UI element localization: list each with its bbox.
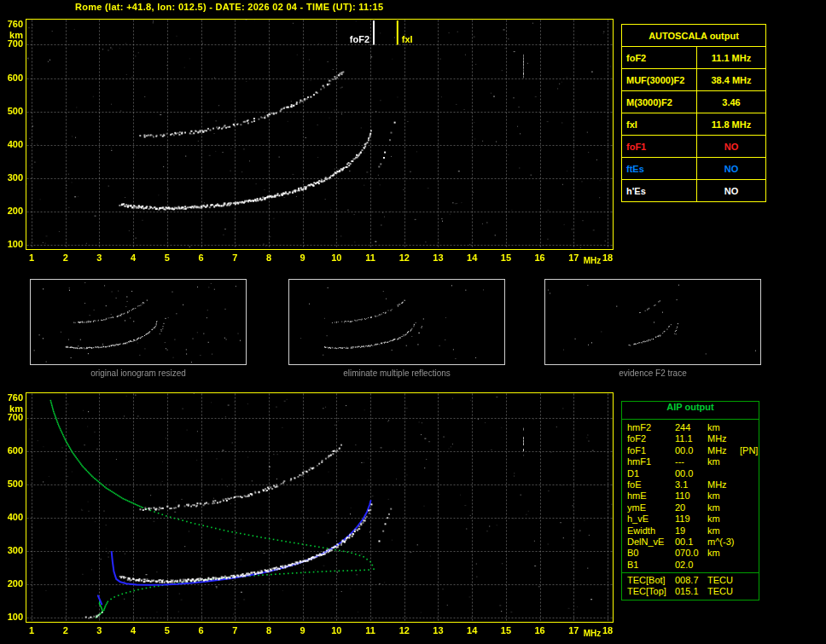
autoscala-row: fxI 11.8 MHz: [622, 113, 766, 136]
param-label: foF1: [622, 136, 697, 158]
aip-row: ymE 20 km: [627, 502, 759, 513]
aip-param-unit: TECU: [707, 586, 740, 597]
aip-param-label: B0: [627, 548, 675, 559]
aip-param-value: 02.0: [675, 560, 707, 571]
aip-param-unit: km: [707, 490, 740, 502]
param-label: ftEs: [622, 158, 697, 180]
autoscala-output-table: AUTOSCALA output foF2 11.1 MHz MUF(3000)…: [621, 24, 766, 202]
aip-row: foF2 11.1 MHz: [627, 433, 759, 444]
aip-tec-row: TEC[Top] 015.1 TECU: [627, 586, 759, 597]
aip-param-unit: MHz: [707, 445, 740, 456]
aip-param-note: [740, 548, 759, 559]
aip-param-note: [740, 513, 759, 525]
param-value: NO: [697, 136, 766, 158]
thumbnail-original-ionogram: [30, 279, 247, 365]
aip-row: hmF2 244 km: [627, 422, 759, 433]
aip-row: hmE 110 km: [627, 490, 759, 502]
aip-param-note: [740, 575, 759, 586]
param-value: 11.8 MHz: [697, 113, 766, 136]
aip-param-note: [PN]: [740, 445, 759, 456]
thumbnail-caption-original: original ionogram resized: [30, 368, 247, 378]
thumbnail-multiples-eliminated: [288, 279, 505, 365]
thumbnail-caption-evidence: evidence F2 trace: [544, 368, 761, 378]
param-value: NO: [697, 158, 766, 180]
aip-output-table: AIP output hmF2 244 km foF2 11.1 MHz foF…: [621, 401, 759, 600]
aip-param-label: Ewidth: [627, 525, 675, 537]
aip-param-value: 008.7: [675, 575, 707, 586]
aip-row: h_vE 119 km: [627, 513, 759, 525]
aip-param-label: DelN_vE: [627, 537, 675, 548]
aip-param-value: 070.0: [675, 548, 707, 559]
aip-param-label: TEC[Bot]: [627, 575, 675, 586]
aip-param-label: foE: [627, 479, 675, 490]
param-label: h'Es: [622, 180, 697, 202]
aip-param-note: [740, 479, 759, 490]
aip-param-unit: [707, 560, 740, 571]
aip-param-value: 244: [675, 422, 707, 433]
aip-param-value: ---: [675, 456, 707, 467]
aip-row: DelN_vE 00.1 m^(-3): [627, 537, 759, 548]
aip-param-note: [740, 502, 759, 513]
param-label: fxI: [622, 113, 697, 136]
autoscala-table-header-row: AUTOSCALA output: [622, 25, 766, 47]
aip-row: B1 02.0: [627, 560, 759, 571]
aip-param-note: [740, 560, 759, 571]
aip-param-label: h_vE: [627, 513, 675, 525]
aip-param-label: TEC[Top]: [627, 586, 675, 597]
aip-param-value: 20: [675, 502, 707, 513]
param-label: M(3000)F2: [622, 91, 697, 113]
aip-table-separator: [622, 572, 759, 573]
aip-param-value: 00.0: [675, 445, 707, 456]
aip-param-label: ymE: [627, 502, 675, 513]
aip-param-note: [740, 468, 759, 479]
aip-param-value: 11.1: [675, 433, 707, 444]
aip-param-value: 19: [675, 525, 707, 537]
aip-row: B0 070.0 km: [627, 548, 759, 559]
param-value: 3.46: [697, 91, 766, 113]
aip-param-note: [740, 525, 759, 537]
aip-table-body: hmF2 244 km foF2 11.1 MHz foF1 00.0 MHz …: [622, 420, 759, 600]
autoscala-row: foF2 11.1 MHz: [622, 47, 766, 69]
aip-row: Ewidth 19 km: [627, 525, 759, 537]
aip-param-unit: km: [707, 502, 740, 513]
aip-param-value: 00.0: [675, 468, 707, 479]
aip-param-unit: [707, 468, 740, 479]
aip-param-note: [740, 586, 759, 597]
aip-param-value: 110: [675, 490, 707, 502]
aip-param-label: foF1: [627, 445, 675, 456]
param-value: 11.1 MHz: [697, 47, 766, 69]
aip-param-note: [740, 490, 759, 502]
aip-param-unit: km: [707, 513, 740, 525]
aip-param-label: hmF2: [627, 422, 675, 433]
autoscala-row: foF1 NO: [622, 136, 766, 158]
aip-param-unit: km: [707, 525, 740, 537]
thumbnail-caption-multiples: eliminate multiple reflections: [288, 368, 505, 378]
aip-param-label: B1: [627, 560, 675, 571]
param-label: foF2: [622, 47, 697, 69]
param-value: 38.4 MHz: [697, 69, 766, 91]
aip-param-value: 119: [675, 513, 707, 525]
aip-row: foE 3.1 MHz: [627, 479, 759, 490]
aip-row: foF1 00.0 MHz [PN]: [627, 445, 759, 456]
aip-param-unit: MHz: [707, 433, 740, 444]
aip-param-value: 00.1: [675, 537, 707, 548]
aip-param-note: [740, 433, 759, 444]
param-value: NO: [697, 180, 766, 202]
autoscala-row: ftEs NO: [622, 158, 766, 180]
aip-param-label: foF2: [627, 433, 675, 444]
aip-param-unit: m^(-3): [707, 537, 740, 548]
page-title: Rome (lat: +41.8, lon: 012.5) - DATE: 20…: [75, 2, 383, 12]
aip-param-unit: km: [707, 548, 740, 559]
aip-param-label: hmF1: [627, 456, 675, 467]
aip-tec-row: TEC[Bot] 008.7 TECU: [627, 575, 759, 586]
aip-param-value: 3.1: [675, 479, 707, 490]
aip-table-header: AIP output: [622, 402, 759, 420]
aip-param-unit: km: [707, 456, 740, 467]
aip-row: D1 00.0: [627, 468, 759, 479]
aip-param-value: 015.1: [675, 586, 707, 597]
thumbnail-f2-trace-evidence: [544, 279, 761, 365]
param-label: MUF(3000)F2: [622, 69, 697, 91]
aip-param-note: [740, 456, 759, 467]
aip-param-unit: MHz: [707, 479, 740, 490]
aip-param-note: [740, 422, 759, 433]
